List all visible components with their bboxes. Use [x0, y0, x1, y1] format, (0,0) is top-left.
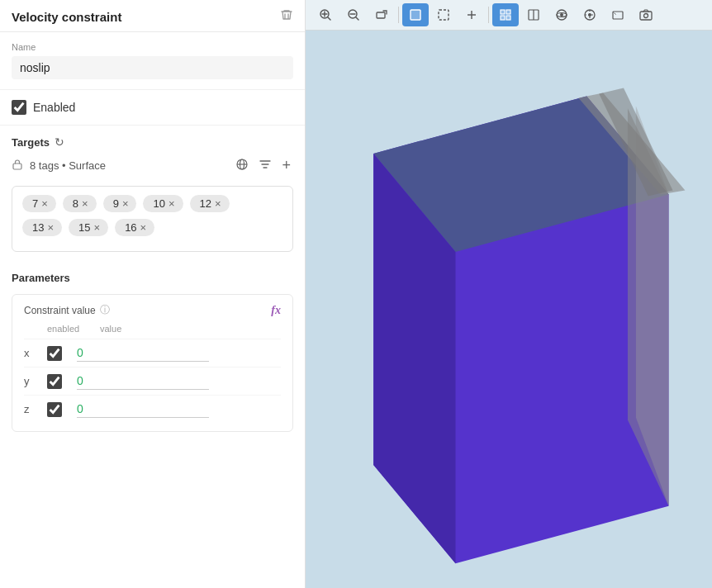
globe-icon[interactable]: [233, 156, 251, 176]
tag-15-remove[interactable]: ×: [94, 222, 101, 233]
toolbar-sep-2: [488, 7, 489, 23]
select-cross-button[interactable]: [458, 3, 485, 26]
z-enabled-checkbox[interactable]: [47, 402, 62, 417]
svg-rect-10: [501, 10, 505, 14]
axis-z-label: z: [24, 403, 44, 415]
enabled-row: Enabled: [0, 90, 305, 126]
orbit-button[interactable]: [548, 3, 575, 26]
col-value-header: value: [93, 324, 121, 334]
enabled-checkbox[interactable]: [12, 100, 26, 115]
tag-13-remove[interactable]: ×: [47, 222, 54, 233]
svg-rect-13: [506, 16, 510, 20]
col-headers: enabled value: [24, 324, 281, 339]
targets-header: Targets ↻: [0, 126, 305, 155]
targets-title: Targets: [12, 136, 50, 149]
left-panel: Velocity constraint Name Enabled Targets…: [0, 0, 306, 588]
screenshot-button[interactable]: [633, 3, 659, 26]
add-target-icon[interactable]: +: [279, 155, 293, 176]
tag-7: 7 ×: [22, 195, 56, 212]
zoom-extents-button[interactable]: [312, 3, 339, 26]
tag-12: 12 ×: [190, 195, 230, 212]
tag-15: 15 ×: [69, 219, 108, 236]
svg-rect-7: [439, 10, 449, 20]
toolbar: [306, 0, 712, 31]
svg-rect-0: [13, 164, 21, 169]
y-value-input[interactable]: [77, 372, 209, 390]
axis-y-label: y: [24, 375, 44, 387]
enabled-label: Enabled: [33, 101, 75, 114]
panel-header: Velocity constraint: [0, 0, 305, 32]
tag-7-remove[interactable]: ×: [41, 198, 48, 209]
tag-9: 9 ×: [103, 195, 137, 212]
info-icon[interactable]: ⓘ: [100, 303, 110, 317]
targets-actions: +: [233, 155, 293, 176]
svg-rect-12: [501, 16, 505, 20]
constraint-box: Constraint value ⓘ fx enabled value x y: [12, 294, 293, 432]
svg-rect-5: [377, 12, 385, 18]
param-row-y: y: [24, 367, 281, 395]
tags-row-2: 13 × 15 × 16 ×: [22, 219, 282, 236]
select-box-button[interactable]: [402, 3, 429, 26]
axis-x-label: x: [24, 347, 44, 359]
hidden-button[interactable]: [605, 3, 631, 26]
svg-point-26: [644, 14, 648, 18]
lock-icon: [12, 159, 23, 173]
tags-container: 7 × 8 × 9 × 10 × 12 × 13 ×: [12, 186, 293, 252]
refresh-icon[interactable]: ↻: [55, 135, 64, 149]
tag-16: 16 ×: [115, 219, 154, 236]
panel-title: Velocity constraint: [12, 10, 121, 24]
name-input[interactable]: [12, 56, 293, 79]
tag-10: 10 ×: [143, 195, 183, 212]
tag-8: 8 ×: [63, 195, 97, 212]
toolbar-sep-1: [398, 7, 399, 23]
view-split-button[interactable]: [520, 3, 547, 26]
tags-row-1: 7 × 8 × 9 × 10 × 12 ×: [22, 195, 282, 212]
svg-rect-25: [640, 12, 652, 20]
filter-icon[interactable]: [256, 156, 274, 176]
tag-13: 13 ×: [22, 219, 62, 236]
parameters-title: Parameters: [12, 272, 293, 284]
svg-rect-6: [411, 10, 420, 20]
svg-rect-23: [613, 12, 623, 19]
viewport[interactable]: [306, 31, 712, 588]
right-panel: [306, 0, 712, 588]
col-enabled-header: enabled: [44, 324, 93, 334]
constraint-label-row: Constraint value ⓘ: [24, 303, 110, 317]
tags-text: 8 tags • Surface: [30, 159, 106, 172]
constraint-value-label: Constraint value: [24, 305, 96, 316]
name-section: Name: [0, 32, 305, 90]
select-lasso-button[interactable]: [430, 3, 457, 26]
fx-button[interactable]: fx: [271, 304, 281, 317]
x-value-input[interactable]: [77, 344, 209, 362]
zoom-out-button[interactable]: [340, 3, 367, 26]
tag-10-remove[interactable]: ×: [169, 198, 175, 209]
targets-title-row: Targets ↻: [12, 135, 64, 149]
y-enabled-checkbox[interactable]: [47, 374, 62, 389]
z-value-input[interactable]: [77, 401, 209, 418]
constraint-header: Constraint value ⓘ fx: [24, 303, 281, 317]
tag-12-remove[interactable]: ×: [215, 198, 221, 209]
targets-info: 8 tags • Surface +: [0, 155, 305, 183]
svg-point-17: [560, 13, 563, 17]
view-grid-button[interactable]: [492, 3, 519, 26]
svg-rect-11: [506, 10, 510, 14]
delete-icon[interactable]: [280, 8, 293, 25]
name-label: Name: [12, 42, 293, 52]
param-row-z: z: [24, 395, 281, 423]
tag-16-remove[interactable]: ×: [140, 222, 147, 233]
tag-9-remove[interactable]: ×: [122, 198, 129, 209]
pan-button[interactable]: [577, 3, 603, 26]
zoom-box-button[interactable]: [368, 3, 395, 26]
x-enabled-checkbox[interactable]: [47, 346, 62, 361]
param-row-x: x: [24, 339, 281, 367]
tag-8-remove[interactable]: ×: [82, 198, 88, 209]
parameters-section: Parameters Constraint value ⓘ fx enabled…: [0, 262, 305, 432]
